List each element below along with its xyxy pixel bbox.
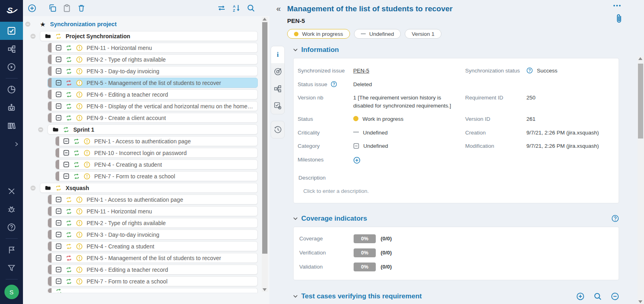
tree-node[interactable]: PEN-2 - Type of rights available <box>48 54 258 64</box>
drag-handle[interactable] <box>48 230 52 239</box>
collapse-icon[interactable] <box>25 21 31 27</box>
swap-arrows-icon[interactable] <box>217 4 226 12</box>
pill-status[interactable]: Work in progress <box>287 29 350 39</box>
search-icon[interactable] <box>594 292 602 300</box>
drag-handle[interactable] <box>48 265 52 274</box>
tree-project-label[interactable]: Synchronization project <box>50 21 116 27</box>
tree-node[interactable]: Xsquash <box>40 183 258 193</box>
collapse-panel-icon[interactable]: « <box>276 4 287 13</box>
tree-node[interactable]: PEN-9 - Create a client account <box>48 113 258 123</box>
main-scrollbar[interactable] <box>638 56 644 304</box>
drag-handle[interactable] <box>48 55 52 64</box>
drag-handle[interactable] <box>48 43 52 52</box>
tree-node[interactable]: PEN-8 - Display of the vertical and hori… <box>48 101 258 111</box>
drag-handle[interactable] <box>48 207 52 216</box>
drag-handle[interactable] <box>48 288 52 293</box>
scroll-down-icon[interactable] <box>638 300 642 303</box>
more-menu-icon[interactable] <box>613 5 621 6</box>
sidebar-item-bugtracker[interactable] <box>0 200 23 218</box>
description-field[interactable]: Click to enter a description. <box>303 188 615 194</box>
tab-information[interactable]: i <box>271 46 284 63</box>
drag-handle[interactable] <box>56 148 59 157</box>
drag-handle[interactable] <box>48 253 52 263</box>
tree-node[interactable]: PEN-7 - Form to create a school <box>55 171 258 181</box>
sidebar-item-libraries[interactable] <box>0 117 23 135</box>
tree-node[interactable]: PEN-1 - Access to authentication page <box>48 194 258 205</box>
pill-undefined[interactable]: Undefined <box>354 29 401 39</box>
sidebar-item-requirements[interactable] <box>0 22 23 40</box>
tree-node[interactable]: PEN-3 - Day-to-day invoicing <box>48 230 258 240</box>
pill-plain[interactable]: Version 1 <box>405 29 441 39</box>
sidebar-item-executions[interactable] <box>0 58 23 76</box>
drag-handle[interactable] <box>48 242 52 251</box>
scroll-up-icon[interactable] <box>638 57 642 60</box>
scroll-down-icon[interactable] <box>263 288 267 291</box>
tree-node[interactable]: Project Synchronization <box>40 31 258 41</box>
tree-scrollbar[interactable] <box>262 17 268 292</box>
paste-icon[interactable] <box>63 4 71 12</box>
add-circle-icon[interactable] <box>576 292 584 300</box>
collapse-icon[interactable] <box>30 185 36 191</box>
drag-handle[interactable] <box>48 78 52 87</box>
sidebar-item-milestones[interactable] <box>0 241 23 259</box>
drag-handle[interactable] <box>48 101 52 111</box>
tab-verifying-test-cases[interactable] <box>271 97 284 114</box>
tree-node[interactable]: PEN-5 - Management of the list of studen… <box>48 253 258 263</box>
drag-handle[interactable] <box>56 136 59 146</box>
add-circle-icon[interactable] <box>28 4 36 12</box>
trash-icon[interactable] <box>77 4 85 12</box>
drag-handle[interactable] <box>48 90 52 99</box>
drag-handle[interactable] <box>48 195 52 204</box>
sidebar-item-reporting[interactable] <box>0 81 23 99</box>
copy-icon[interactable] <box>48 4 56 12</box>
tab-hierarchy[interactable] <box>271 80 284 97</box>
search-icon[interactable] <box>247 4 255 12</box>
sidebar-item-automation[interactable] <box>0 99 23 117</box>
remove-circle-icon[interactable] <box>611 292 619 300</box>
help-icon[interactable] <box>526 67 533 74</box>
help-icon[interactable] <box>331 81 337 87</box>
tree-node[interactable]: PEN-11 - Horizontal menu <box>48 43 258 53</box>
paperclip-icon[interactable] <box>615 14 623 24</box>
tree-node[interactable]: PEN-3 - Day-to-day invoicing <box>48 66 258 76</box>
drag-handle[interactable] <box>48 113 52 122</box>
collapse-icon[interactable] <box>30 33 36 39</box>
drag-handle[interactable] <box>56 172 59 181</box>
drag-handle[interactable] <box>48 218 52 227</box>
tree-node[interactable]: PEN-4 - Creating a student <box>48 241 258 251</box>
question-circle-icon[interactable] <box>611 215 619 222</box>
scroll-up-icon[interactable] <box>263 18 267 21</box>
field-value[interactable]: PEN-5 <box>353 64 461 78</box>
tree-node[interactable]: PEN-2 - Type of rights available <box>48 218 258 228</box>
sidebar-item-filter[interactable] <box>0 259 23 277</box>
coverage-section-header[interactable]: Coverage indicators <box>293 215 619 223</box>
user-avatar[interactable]: S <box>4 285 19 299</box>
tree-node[interactable]: PEN-7 - Form to create a school <box>48 276 258 286</box>
sidebar-expand-toggle[interactable] <box>0 135 23 153</box>
drag-handle[interactable] <box>56 160 59 169</box>
sidebar-item-administration[interactable] <box>0 182 23 200</box>
tree-node[interactable]: PEN-4 - Creating a student <box>55 159 258 170</box>
tree-node[interactable]: PEN-11 - Horizontal menu <box>48 206 258 216</box>
tree-node[interactable]: PEN-5 - Management of the list of studen… <box>48 78 258 88</box>
tree-node[interactable]: PEN-6 - Editing a teacher record <box>48 89 258 99</box>
tree-node[interactable]: PEN-10 - Incorrect login or password <box>55 148 258 158</box>
tree-node[interactable]: Sprint 1 <box>48 124 258 134</box>
drag-handle[interactable] <box>48 66 52 76</box>
tree-scrollbar-thumb[interactable] <box>262 22 267 254</box>
collapse-icon[interactable] <box>38 127 43 132</box>
tree-node[interactable]: PEN-6 - Editing a teacher record <box>48 265 258 275</box>
tree-node[interactable]: PEN-1 - Access to authentication page <box>55 136 258 146</box>
tree-node[interactable] <box>48 288 258 293</box>
test-cases-section-header[interactable]: Test cases verifying this requirement <box>293 292 619 300</box>
sidebar-item-help[interactable] <box>0 218 23 236</box>
information-section-header[interactable]: Information <box>293 46 619 54</box>
main-scrollbar-thumb[interactable] <box>638 64 643 139</box>
add-circle-icon[interactable] <box>353 157 360 164</box>
tab-coverage[interactable] <box>271 63 284 80</box>
sidebar-item-test-cases[interactable] <box>0 40 23 58</box>
drag-handle[interactable] <box>48 277 52 286</box>
sort-az-icon[interactable]: AZ <box>232 4 240 12</box>
tab-history[interactable] <box>271 121 284 138</box>
squash-logo[interactable]: S <box>0 0 23 22</box>
